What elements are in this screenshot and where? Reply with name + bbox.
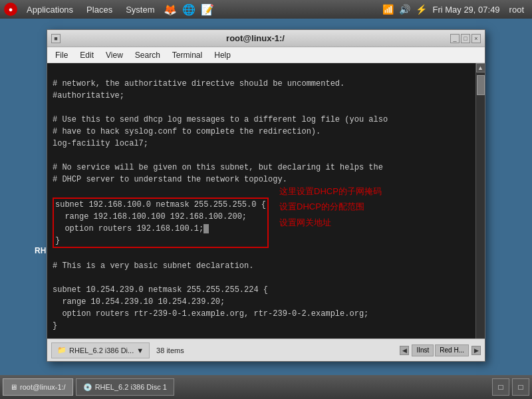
text-cursor: [203, 224, 209, 233]
tab-indicators: IInst Red H...: [412, 344, 469, 356]
line-19: range 10.254.239.10 10.254.239.20;: [53, 297, 225, 307]
scroll-area: ◀ IInst Red H... ▶: [400, 344, 481, 356]
places-menu[interactable]: Places: [82, 3, 116, 16]
corner-btn-1[interactable]: □: [492, 378, 509, 396]
terminal-task-label: root@linux-1:/: [20, 383, 66, 391]
line-5: # have to hack syslog.conf to complete t…: [53, 127, 321, 136]
line-11: subnet 192.168.100.0 netmask 255.255.255…: [55, 200, 266, 209]
line-21: }: [53, 321, 57, 331]
terminal-task-icon: 🖥: [10, 383, 17, 391]
disc-task-icon: 💿: [83, 383, 92, 392]
tab-iinst[interactable]: IInst: [412, 344, 434, 356]
terminal-window: ■ root@linux-1:/ _ □ × File Edit View Se…: [47, 29, 485, 362]
item-count: 38 items: [154, 346, 187, 354]
folder-icon: 📁: [57, 346, 66, 354]
line-4: # Use this to send dhcp log messages to …: [53, 115, 388, 124]
subnet-block: subnet 192.168.100.0 netmask 255.255.255…: [53, 198, 269, 248]
browser-icon[interactable]: 🌐: [182, 3, 196, 16]
maximize-button[interactable]: □: [461, 34, 470, 43]
menu-search[interactable]: Search: [130, 49, 166, 61]
scroll-thumb[interactable]: [477, 75, 485, 95]
terminal-body: # network, the authoritative directive s…: [47, 63, 485, 338]
corner-btn-2[interactable]: □: [512, 378, 529, 396]
top-bar-right: 📶 🔊 ⚡ Fri May 29, 07:49 root: [382, 3, 528, 16]
line-6: log-facility local7;: [53, 139, 148, 148]
menu-view[interactable]: View: [100, 49, 128, 61]
line-16: # This is a very basic subnet declaratio…: [53, 261, 253, 271]
top-menubar: ● Applications Places System 🦊 🌐 📝 📶 🔊 ⚡…: [0, 0, 532, 19]
volume-icon: 🔊: [399, 4, 410, 15]
line-2: #authoritative;: [53, 91, 124, 100]
line-8: # No service will be given on this subne…: [53, 163, 383, 172]
menu-terminal[interactable]: Terminal: [167, 49, 207, 61]
notepad-icon[interactable]: 📝: [201, 3, 214, 16]
taskbar-disc-btn[interactable]: 💿 RHEL_6.2 i386 Disc 1: [76, 378, 174, 396]
firefox-icon[interactable]: 🦊: [164, 3, 177, 16]
menu-edit[interactable]: Edit: [74, 49, 99, 61]
minimize-button[interactable]: _: [450, 34, 460, 43]
hscroll-left[interactable]: ◀: [400, 346, 409, 355]
line-18: subnet 10.254.239.0 netmask 255.255.255.…: [53, 285, 268, 295]
user-label: root: [505, 3, 528, 16]
terminal-taskbar-area: 📁 RHEL_6.2 i386 Di... ▼ 38 items ◀ IInst…: [47, 338, 485, 361]
menu-help[interactable]: Help: [209, 49, 236, 61]
folder-btn[interactable]: 📁 RHEL_6.2 i386 Di... ▼: [51, 342, 150, 358]
dropdown-arrow: ▼: [136, 346, 144, 354]
menu-file[interactable]: File: [50, 49, 73, 61]
line-14: }: [55, 236, 60, 245]
hscroll-right[interactable]: ▶: [471, 346, 481, 355]
line-1: # network, the authoritative directive s…: [53, 79, 344, 88]
power-icon: ⚡: [416, 4, 427, 15]
line-13: option routers 192.168.100.1;: [55, 224, 209, 233]
applications-menu[interactable]: Applications: [23, 3, 77, 16]
distro-logo: ●: [4, 3, 17, 16]
tab-redhat[interactable]: Red H...: [435, 344, 469, 356]
network-icon: 📶: [382, 4, 394, 15]
folder-label: RHEL_6.2 i386 Di...: [69, 346, 134, 354]
terminal-titlebar: ■ root@linux-1:/ _ □ ×: [47, 30, 485, 47]
window-controls: _ □ ×: [450, 34, 481, 43]
line-12: range 192.168.100.100 192.168.100.200;: [55, 212, 247, 221]
line-20: option routers rtr-239-0-1.example.org, …: [53, 309, 368, 319]
scroll-up-btn[interactable]: ▲: [476, 63, 485, 72]
system-taskbar: 🖥 root@linux-1:/ 💿 RHEL_6.2 i386 Disc 1 …: [0, 375, 532, 399]
clock: Fri May 29, 07:49: [432, 5, 499, 15]
taskbar-terminal-btn[interactable]: 🖥 root@linux-1:/: [3, 378, 73, 396]
terminal-content[interactable]: # network, the authoritative directive s…: [47, 63, 475, 338]
close-button[interactable]: ×: [471, 34, 481, 43]
titlebar-left: ■: [51, 34, 61, 43]
terminal-scrollbar: ▲: [475, 63, 485, 338]
terminal-menubar: File Edit View Search Terminal Help: [47, 47, 485, 63]
window-icon-btn[interactable]: ■: [51, 34, 61, 43]
top-bar-left: ● Applications Places System 🦊 🌐 📝: [4, 3, 214, 16]
disc-task-label: RHEL_6.2 i386 Disc 1: [95, 383, 167, 391]
system-menu[interactable]: System: [122, 3, 158, 16]
line-9: # DHCP server to understand the network …: [53, 175, 287, 184]
terminal-title: root@linux-1:/: [61, 33, 450, 43]
